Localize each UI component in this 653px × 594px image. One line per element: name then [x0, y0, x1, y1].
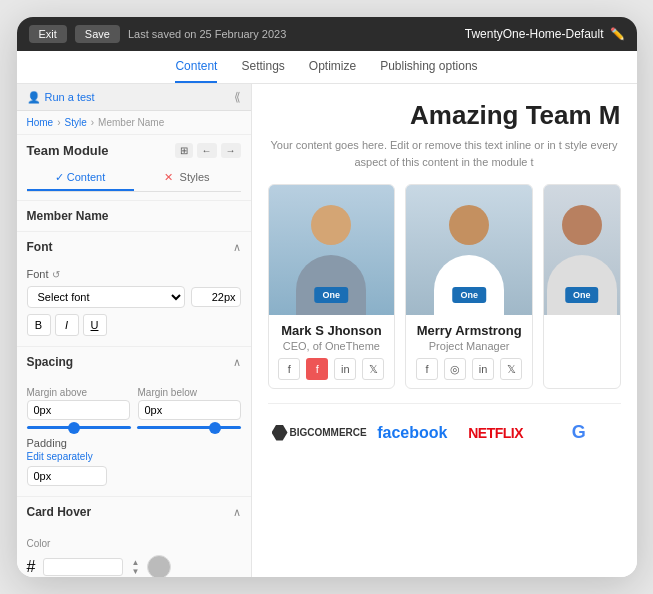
social-li-icon-2[interactable]: in — [472, 358, 494, 380]
slider-thumb-left[interactable] — [68, 422, 80, 434]
team-name-2: Merry Armstrong — [412, 323, 526, 338]
page-title: Amazing Team M — [268, 100, 621, 131]
font-chevron-icon[interactable]: ∧ — [233, 241, 241, 254]
badge-2: One — [452, 287, 486, 303]
bigcommerce-logo: BIGCOMMERCE — [268, 417, 371, 449]
color-arrows[interactable]: ▲ ▼ — [131, 558, 139, 576]
x-icon: ✕ — [164, 171, 173, 183]
breadcrumb-home[interactable]: Home — [27, 117, 54, 128]
bigcommerce-icon — [272, 425, 288, 441]
person3-body — [547, 255, 617, 315]
member-name-title: Member Name — [27, 209, 109, 223]
padding-input[interactable] — [27, 466, 107, 486]
sidebar-topbar: 👤 Run a test ⟪ — [17, 84, 251, 111]
team-role-1: CEO, of OneTheme — [275, 340, 389, 352]
slider-thumb-right[interactable] — [209, 422, 221, 434]
breadcrumb-style[interactable]: Style — [65, 117, 87, 128]
social-li-icon-1[interactable]: in — [334, 358, 356, 380]
tab-publishing[interactable]: Publishing options — [380, 59, 477, 83]
arrow-down-icon[interactable]: ▼ — [131, 567, 139, 576]
tab-settings[interactable]: Settings — [241, 59, 284, 83]
team-cards: One Mark S Jhonson CEO, of OneTheme f f … — [268, 184, 621, 389]
cs-tab-content[interactable]: ✓ Content — [27, 166, 134, 191]
brand-logos: BIGCOMMERCE facebook NETFLIX G — [268, 403, 621, 451]
edit-separately-link[interactable]: Edit separately — [27, 451, 241, 462]
module-title: Team Module — [27, 143, 109, 158]
font-select[interactable]: Select font — [27, 286, 185, 308]
person1-head — [311, 205, 351, 245]
underline-button[interactable]: U — [83, 314, 107, 336]
user-icon: 👤 — [27, 91, 41, 104]
module-icon-btn-3[interactable]: → — [221, 143, 241, 158]
breadcrumb-current: Member Name — [98, 117, 164, 128]
badge-3: One — [565, 287, 599, 303]
font-style-buttons: B I U — [27, 314, 241, 336]
nav-tabs: Content Settings Optimize Publishing opt… — [17, 51, 637, 84]
refresh-icon[interactable]: ↺ — [52, 269, 60, 280]
module-icon-btn-2[interactable]: ← — [197, 143, 217, 158]
social-highlighted-1[interactable]: f — [306, 358, 328, 380]
page-subtitle: Your content goes here. Edit or remove t… — [268, 137, 621, 170]
spacing-section-body: Margin above Margin below — [17, 381, 251, 496]
tab-content[interactable]: Content — [175, 59, 217, 83]
save-button[interactable]: Save — [75, 25, 120, 43]
social-icons-1: f f in 𝕏 — [275, 358, 389, 380]
padding-section: Padding Edit separately — [27, 437, 241, 486]
content-area: Amazing Team M Your content goes here. E… — [252, 84, 637, 577]
card-hover-section-header[interactable]: Card Hover ∧ — [17, 496, 251, 527]
spacing-chevron-icon[interactable]: ∧ — [233, 356, 241, 369]
team-card-body-2: Merry Armstrong Project Manager f ◎ in 𝕏 — [406, 315, 532, 388]
cs-tab-styles[interactable]: ✕ Styles — [134, 166, 241, 191]
person2-head — [449, 205, 489, 245]
team-card-img-3: One — [544, 185, 619, 315]
color-row: # ▲ ▼ — [27, 555, 241, 577]
margin-above-field: Margin above — [27, 387, 130, 420]
module-header: Team Module ⊞ ← → — [17, 135, 251, 166]
card-hover-title: Card Hover — [27, 505, 92, 519]
hash-symbol: # — [27, 558, 36, 576]
spacing-section-header[interactable]: Spacing ∧ — [17, 346, 251, 377]
social-ig-icon-2[interactable]: ◎ — [444, 358, 466, 380]
team-card-2: One Merry Armstrong Project Manager f ◎ … — [405, 184, 533, 389]
module-icons: ⊞ ← → — [175, 143, 241, 158]
social-fb-icon-2[interactable]: f — [416, 358, 438, 380]
exit-button[interactable]: Exit — [29, 25, 67, 43]
social-icons-2: f ◎ in 𝕏 — [412, 358, 526, 380]
margin-slider-2[interactable] — [137, 426, 241, 429]
card-hover-chevron-icon[interactable]: ∧ — [233, 506, 241, 519]
font-section-header[interactable]: Font ∧ — [17, 231, 251, 262]
margin-above-input[interactable] — [27, 400, 130, 420]
top-bar: Exit Save Last saved on 25 February 2023… — [17, 17, 637, 51]
social-tw-icon-2[interactable]: 𝕏 — [500, 358, 522, 380]
italic-button[interactable]: I — [55, 314, 79, 336]
spacing-grid: Margin above Margin below — [27, 387, 241, 420]
margin-below-input[interactable] — [138, 400, 241, 420]
team-card-img-1: One — [269, 185, 395, 315]
padding-label: Padding — [27, 437, 241, 449]
breadcrumb: Home › Style › Member Name — [17, 111, 251, 135]
social-tw-icon-1[interactable]: 𝕏 — [362, 358, 384, 380]
module-icon-btn-1[interactable]: ⊞ — [175, 143, 193, 158]
run-test-link[interactable]: 👤 Run a test — [27, 91, 95, 104]
app-window: Exit Save Last saved on 25 February 2023… — [17, 17, 637, 577]
font-label-row: Font ↺ — [27, 268, 241, 280]
arrow-up-icon[interactable]: ▲ — [131, 558, 139, 567]
color-swatch[interactable] — [147, 555, 171, 577]
color-hash-input[interactable] — [43, 558, 123, 576]
font-section-body: Font ↺ Select font B I U — [17, 262, 251, 346]
margin-below-field: Margin below — [138, 387, 241, 420]
person2-body — [434, 255, 504, 315]
netflix-logo: NETFLIX — [454, 417, 537, 449]
collapse-icon[interactable]: ⟪ — [234, 90, 241, 104]
social-fb-icon-1[interactable]: f — [278, 358, 300, 380]
margin-slider[interactable] — [27, 426, 131, 429]
tab-optimize[interactable]: Optimize — [309, 59, 356, 83]
edit-icon[interactable]: ✏️ — [610, 27, 625, 41]
content-style-tabs: ✓ Content ✕ Styles — [27, 166, 241, 192]
google-logo: G — [537, 414, 620, 451]
main-layout: 👤 Run a test ⟪ Home › Style › Member Nam… — [17, 84, 637, 577]
bold-button[interactable]: B — [27, 314, 51, 336]
color-label: Color — [27, 538, 51, 549]
font-size-input[interactable] — [191, 287, 241, 307]
team-card-img-2: One — [406, 185, 532, 315]
